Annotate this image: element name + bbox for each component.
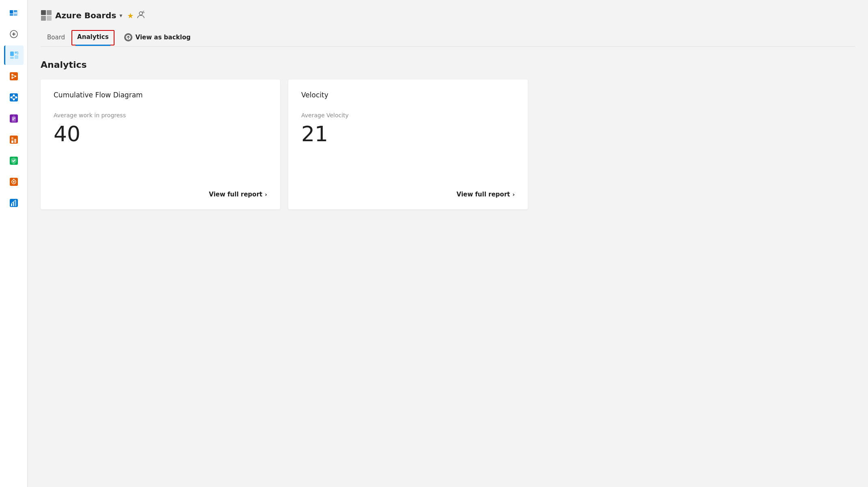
svg-rect-1 — [10, 10, 13, 13]
app-title: Azure Boards — [55, 11, 116, 20]
svg-rect-33 — [14, 139, 16, 143]
svg-rect-30 — [12, 119, 14, 120]
svg-point-13 — [11, 74, 13, 75]
svg-rect-3 — [10, 14, 13, 16]
cumulative-flow-metric-value: 40 — [54, 122, 267, 184]
sidebar-item-repos[interactable] — [4, 67, 24, 86]
svg-point-23 — [15, 97, 17, 99]
svg-rect-46 — [41, 16, 46, 21]
svg-point-21 — [13, 95, 15, 97]
favorite-star[interactable]: ★ — [127, 11, 134, 20]
sidebar-item-security[interactable] — [4, 151, 24, 170]
main-content: Azure Boards ▾ ★ Board Analytics — [28, 0, 868, 487]
analytics-cards-grid: Cumulative Flow Diagram Average work in … — [41, 80, 528, 209]
velocity-chevron-right: › — [512, 191, 515, 198]
sidebar — [0, 0, 28, 487]
sidebar-item-pipelines[interactable] — [4, 88, 24, 107]
app-icon — [41, 10, 52, 21]
velocity-card: Velocity Average Velocity 21 View full r… — [288, 80, 528, 209]
sidebar-item-home[interactable] — [4, 3, 24, 23]
svg-rect-11 — [15, 55, 18, 59]
svg-rect-44 — [41, 10, 46, 15]
sidebar-item-add[interactable] — [4, 24, 24, 44]
svg-point-15 — [15, 75, 16, 77]
backlog-icon — [124, 33, 132, 41]
svg-rect-45 — [47, 10, 52, 15]
title-chevron[interactable]: ▾ — [119, 12, 122, 19]
sidebar-item-monitor[interactable] — [4, 172, 24, 192]
svg-point-14 — [11, 77, 13, 79]
svg-rect-42 — [13, 202, 14, 206]
svg-rect-34 — [11, 137, 13, 140]
svg-line-49 — [143, 11, 144, 12]
cumulative-flow-metric-label: Average work in progress — [54, 112, 267, 119]
svg-rect-32 — [11, 140, 13, 143]
person-icon[interactable] — [137, 11, 145, 20]
sidebar-item-analytics[interactable] — [4, 193, 24, 213]
svg-point-22 — [13, 99, 15, 101]
sidebar-item-artifacts[interactable] — [4, 130, 24, 149]
velocity-title: Velocity — [301, 91, 515, 99]
svg-point-38 — [13, 181, 15, 183]
cumulative-flow-report-link[interactable]: View full report › — [209, 191, 267, 198]
svg-rect-2 — [14, 10, 17, 12]
svg-rect-43 — [15, 200, 16, 206]
svg-point-20 — [10, 97, 12, 99]
velocity-footer: View full report › — [301, 184, 515, 198]
cumulative-flow-card: Cumulative Flow Diagram Average work in … — [41, 80, 280, 209]
cumulative-flow-footer: View full report › — [54, 184, 267, 198]
cumulative-flow-title: Cumulative Flow Diagram — [54, 91, 267, 99]
report-chevron-right: › — [265, 191, 267, 198]
tab-board[interactable]: Board — [41, 30, 71, 46]
svg-rect-41 — [11, 204, 12, 206]
view-as-backlog-button[interactable]: View as backlog — [118, 29, 197, 46]
svg-rect-8 — [10, 52, 14, 56]
svg-rect-47 — [47, 16, 52, 21]
svg-rect-10 — [10, 57, 14, 59]
page-title: Analytics — [41, 60, 855, 70]
svg-rect-29 — [12, 118, 15, 119]
svg-point-48 — [139, 12, 143, 15]
velocity-metric-value: 21 — [301, 122, 515, 184]
sidebar-item-test[interactable] — [4, 109, 24, 128]
velocity-report-link[interactable]: View full report › — [457, 191, 515, 198]
svg-rect-12 — [10, 72, 18, 80]
tabs-bar: Board Analytics View as backlog — [41, 29, 855, 47]
svg-rect-4 — [14, 14, 17, 16]
tab-analytics[interactable]: Analytics — [71, 30, 114, 45]
header: Azure Boards ▾ ★ — [41, 10, 855, 21]
sidebar-item-boards[interactable] — [4, 45, 24, 65]
svg-rect-31 — [10, 136, 18, 144]
velocity-metric-label: Average Velocity — [301, 112, 515, 119]
